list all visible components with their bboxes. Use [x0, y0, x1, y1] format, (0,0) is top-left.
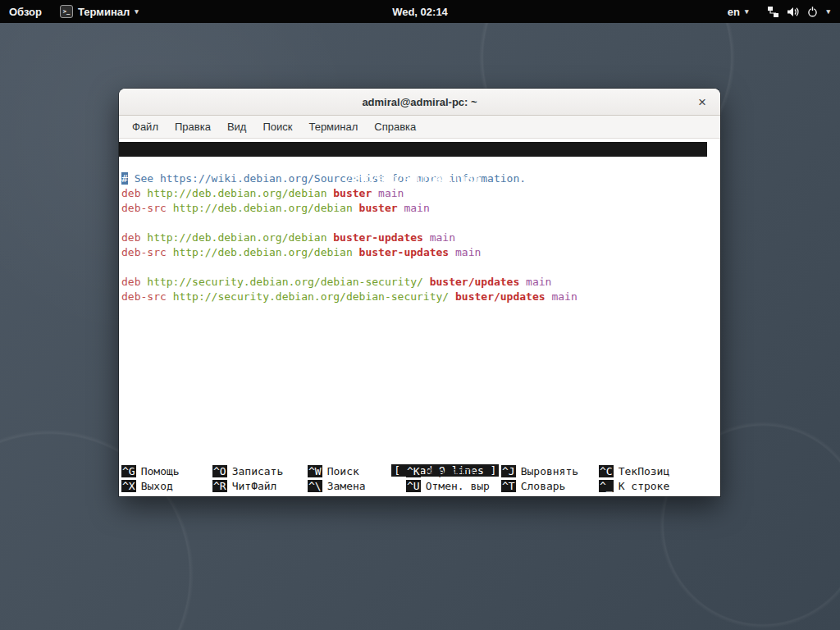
chevron-down-icon: ▾ [826, 7, 830, 16]
shortcut-key: ^T [501, 480, 516, 492]
nano-shortcuts: ^GПомощь^OЗаписать^WПоиск^KВырезать^JВыр… [119, 463, 720, 496]
token: main [404, 202, 429, 214]
shortcut-label: ТекПозиц [619, 465, 670, 477]
menu-item[interactable]: Файл [124, 117, 167, 136]
shortcut: ^WПоиск [308, 464, 406, 479]
window-titlebar[interactable]: admiral@admiral-pc: ~ × [119, 89, 720, 116]
shortcut-label: Вырезать [426, 465, 477, 477]
menu-item[interactable]: Вид [219, 117, 255, 136]
token [167, 246, 173, 258]
nano-titlebar: GNU nano 3.2 /etc/apt/sources.list [119, 142, 707, 157]
shortcut: ^OЗаписать [212, 464, 308, 479]
token: main [551, 290, 577, 303]
buffer-line: deb http://security.debian.org/debian-se… [121, 275, 720, 290]
shortcut: ^RЧитФайл [212, 479, 308, 494]
editor-buffer[interactable]: # See https://wiki.debian.org/SourcesLis… [119, 157, 720, 449]
topbar-right: en ▾ [719, 0, 840, 23]
chevron-down-icon: ▾ [745, 7, 749, 16]
token: deb [121, 276, 140, 288]
token: deb-src [121, 202, 167, 214]
shortcut-key: ^J [501, 465, 516, 477]
shortcut-key: ^W [308, 465, 322, 477]
nano-version: GNU nano 3.2 [185, 158, 262, 170]
buffer-line: deb-src http://deb.debian.org/debian bus… [121, 245, 720, 260]
token: http://security.debian.org/debian-securi… [147, 276, 423, 288]
token [167, 202, 173, 214]
shortcut-label: Отмен. выр [426, 480, 490, 492]
token [353, 246, 359, 258]
shortcut: ^CТекПозиц [599, 464, 720, 479]
token: main [526, 276, 551, 288]
shortcut-key: ^C [599, 465, 614, 477]
shortcut-key: ^O [212, 465, 227, 477]
power-icon [806, 6, 819, 18]
token [449, 290, 455, 303]
token: buster [333, 187, 372, 199]
token: main [378, 187, 404, 199]
token: http://deb.debian.org/debian [173, 202, 353, 214]
window-title: admiral@admiral-pc: ~ [362, 96, 477, 108]
app-menu-label: Терминал [78, 6, 130, 18]
token: deb-src [121, 246, 167, 258]
buffer-line: deb http://deb.debian.org/debian buster-… [121, 231, 720, 245]
token [449, 246, 455, 258]
activities-button[interactable]: Обзор [0, 0, 51, 23]
token: http://deb.debian.org/debian [173, 246, 353, 258]
shortcut: ^GПомощь [121, 464, 212, 479]
token [167, 290, 173, 303]
shortcut: ^JВыровнять [501, 464, 599, 479]
menu-item[interactable]: Терминал [300, 117, 366, 136]
token: http://deb.debian.org/debian [147, 231, 326, 244]
shortcut-label: Помощь [141, 465, 180, 477]
buffer-line: deb http://deb.debian.org/debian buster … [121, 186, 720, 201]
terminal-content[interactable]: GNU nano 3.2 /etc/apt/sources.list # See… [119, 139, 720, 496]
token [519, 276, 526, 288]
shortcut: ^_К строке [599, 479, 720, 494]
close-button[interactable]: × [692, 89, 712, 116]
app-menu-button[interactable]: >_ Терминал ▾ [51, 0, 148, 23]
topbar-left: Обзор >_ Терминал ▾ [0, 0, 148, 23]
buffer-line [121, 216, 720, 231]
shortcut-key: ^\ [308, 480, 322, 492]
keyboard-layout-button[interactable]: en ▾ [719, 0, 758, 23]
menu-item[interactable]: Правка [167, 117, 219, 136]
menu-item[interactable]: Поиск [254, 117, 300, 136]
shortcut-label: Поиск [327, 465, 359, 477]
buffer-line: deb-src http://security.debian.org/debia… [121, 290, 720, 304]
token [423, 231, 430, 244]
buffer-line: deb-src http://deb.debian.org/debian bus… [121, 201, 720, 216]
system-menu-button[interactable]: ▾ [757, 0, 840, 23]
desktop-background: Обзор >_ Терминал ▾ Wed, 02:14 en ▾ [0, 0, 840, 630]
token: buster/updates [455, 290, 546, 303]
token: deb [121, 231, 140, 244]
token: buster-updates [333, 231, 423, 244]
shortcut-key: ^X [121, 480, 136, 492]
shortcut-key: ^R [212, 480, 227, 492]
nano-filename: /etc/apt/sources.list [345, 171, 480, 186]
shortcut-label: Записать [232, 465, 284, 477]
shortcut-label: Выход [141, 480, 173, 492]
shortcut-label: Словарь [521, 480, 566, 492]
top-bar: Обзор >_ Терминал ▾ Wed, 02:14 en ▾ [0, 0, 840, 23]
shortcut-key: ^G [121, 465, 136, 477]
token: main [430, 231, 455, 244]
token: buster-updates [359, 246, 450, 258]
shortcut-key: ^K [406, 465, 421, 477]
shortcut-label: Выровнять [521, 465, 578, 477]
buffer-line [121, 260, 720, 275]
shortcut-label: Замена [327, 480, 366, 492]
shortcut-key: ^_ [599, 480, 614, 492]
terminal-window: admiral@admiral-pc: ~ × ФайлПравкаВидПои… [119, 89, 720, 496]
menu-item[interactable]: Справка [366, 117, 424, 136]
token: buster/updates [430, 276, 520, 288]
shortcut-key: ^U [406, 480, 421, 492]
shortcut-label: ЧитФайл [232, 480, 277, 492]
menu-bar: ФайлПравкаВидПоискТерминалСправка [119, 116, 720, 139]
shortcut-label: К строке [619, 480, 670, 492]
token: buster [359, 202, 398, 214]
token: main [455, 246, 481, 258]
token: deb-src [121, 290, 167, 303]
token: http://security.debian.org/debian-securi… [173, 290, 450, 303]
clock-button[interactable]: Wed, 02:14 [383, 0, 457, 23]
volume-icon [787, 6, 799, 18]
